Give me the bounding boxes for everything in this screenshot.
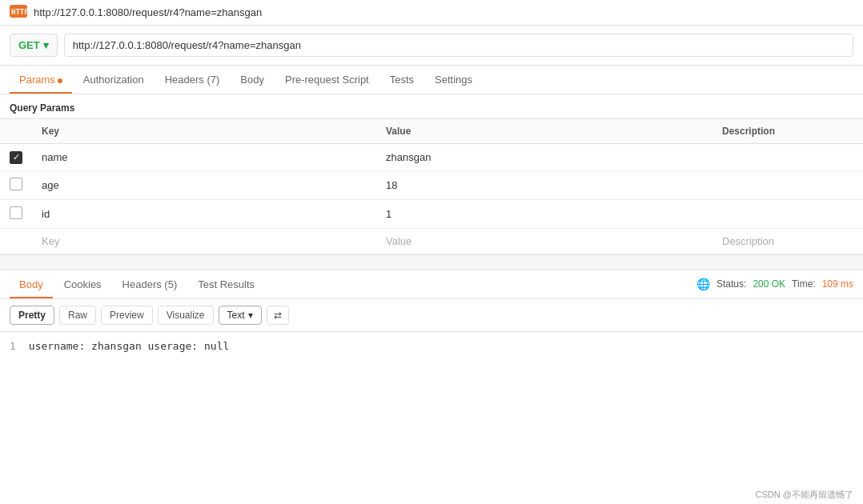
table-row: name zhansgan xyxy=(0,144,863,171)
row2-desc[interactable] xyxy=(712,170,863,199)
table-row-placeholder: Key Value Description xyxy=(0,228,863,254)
tab-headers[interactable]: Headers (7) xyxy=(155,66,230,94)
format-bar: Pretty Raw Preview Visualize Text ▾ ⇄ xyxy=(0,299,863,332)
response-tab-headers[interactable]: Headers (5) xyxy=(113,270,187,298)
response-tab-cookies[interactable]: Cookies xyxy=(54,270,111,298)
tab-authorization[interactable]: Authorization xyxy=(74,66,154,94)
response-tabs: Body Cookies Headers (5) Test Results 🌐 … xyxy=(0,270,863,299)
status-label: Status: xyxy=(716,278,746,290)
col-value-header: Value xyxy=(376,119,712,144)
footer-credit: CSDN @不能再留遗憾了 xyxy=(746,486,863,504)
row4-key-placeholder[interactable]: Key xyxy=(32,228,376,254)
row2-checkbox[interactable] xyxy=(10,178,22,190)
row3-key[interactable]: id xyxy=(32,199,376,228)
row3-value[interactable]: 1 xyxy=(376,199,712,228)
url-input[interactable] xyxy=(64,34,853,57)
format-pretty-button[interactable]: Pretty xyxy=(10,306,54,325)
row1-checkbox[interactable] xyxy=(10,151,22,164)
row2-value[interactable]: 18 xyxy=(376,170,712,199)
title-bar: HTTP http://127.0.0.1:8080/request/r4?na… xyxy=(0,0,863,26)
format-type-label: Text xyxy=(227,310,245,321)
tab-tests[interactable]: Tests xyxy=(380,66,423,94)
response-tab-body[interactable]: Body xyxy=(10,270,53,298)
url-bar: GET ▾ xyxy=(0,26,863,66)
wrap-icon: ⇄ xyxy=(274,310,282,321)
params-dot xyxy=(58,78,62,83)
title-url: http://127.0.0.1:8080/request/r4?name=zh… xyxy=(34,6,262,18)
col-check-header xyxy=(0,119,32,144)
tab-body[interactable]: Body xyxy=(231,66,274,94)
format-visualize-button[interactable]: Visualize xyxy=(158,306,214,325)
row1-value[interactable]: zhansgan xyxy=(376,144,712,171)
format-type-select[interactable]: Text ▾ xyxy=(219,306,262,325)
format-type-chevron: ▾ xyxy=(248,310,253,321)
time-label: Time: xyxy=(792,278,816,290)
response-status: 🌐 Status: 200 OK Time: 109 ms xyxy=(696,278,853,290)
row1-desc[interactable] xyxy=(712,144,863,171)
globe-icon: 🌐 xyxy=(696,278,710,290)
col-key-header: Key xyxy=(32,119,376,144)
code-output: 1username: zhansgan userage: null xyxy=(0,332,863,360)
method-chevron: ▾ xyxy=(43,39,49,51)
tab-prerequest[interactable]: Pre-request Script xyxy=(275,66,379,94)
row3-checkbox[interactable] xyxy=(10,206,22,219)
section-divider xyxy=(0,254,863,270)
line-number: 1 xyxy=(10,340,16,352)
row3-desc[interactable] xyxy=(712,199,863,228)
row2-key[interactable]: age xyxy=(32,170,376,199)
params-table: Key Value Description name zhansgan age xyxy=(0,118,863,254)
row4-value-placeholder[interactable]: Value xyxy=(376,228,712,254)
response-tab-testresults[interactable]: Test Results xyxy=(188,270,264,298)
query-params-label: Query Params xyxy=(0,94,863,118)
time-value: 109 ms xyxy=(822,278,853,290)
col-desc-header: Description xyxy=(712,119,863,144)
code-line: username: zhansgan userage: null xyxy=(29,340,229,352)
table-row: id 1 xyxy=(0,199,863,228)
svg-text:HTTP: HTTP xyxy=(11,8,27,16)
row1-key[interactable]: name xyxy=(32,144,376,171)
status-value: 200 OK xyxy=(753,278,785,290)
format-preview-button[interactable]: Preview xyxy=(101,306,153,325)
method-label: GET xyxy=(18,39,40,51)
row4-desc-placeholder[interactable]: Description xyxy=(712,228,863,254)
format-raw-button[interactable]: Raw xyxy=(59,306,96,325)
tab-params[interactable]: Params xyxy=(10,66,72,94)
tab-settings[interactable]: Settings xyxy=(425,66,482,94)
table-row: age 18 xyxy=(0,170,863,199)
method-select[interactable]: GET ▾ xyxy=(10,34,58,57)
wrap-button[interactable]: ⇄ xyxy=(267,306,289,325)
request-tabs: Params Authorization Headers (7) Body Pr… xyxy=(0,66,863,94)
http-icon: HTTP xyxy=(10,5,27,20)
